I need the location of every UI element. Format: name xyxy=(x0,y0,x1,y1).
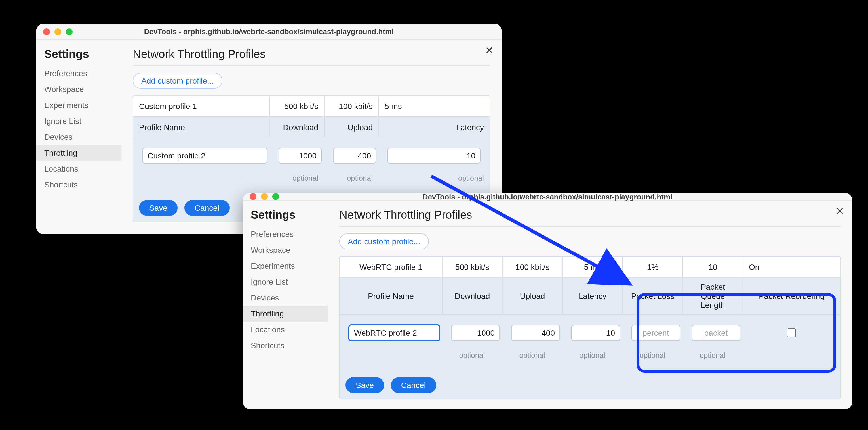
titlebar: DevTools - orphis.github.io/webrtc-sandb… xyxy=(243,193,852,201)
cell-name: Custom profile 1 xyxy=(133,96,270,116)
column-headers: Profile Name Download Upload Latency xyxy=(133,116,490,137)
minimize-window-icon[interactable] xyxy=(55,28,61,35)
close-icon[interactable]: ✕ xyxy=(485,46,494,56)
nav-throttling[interactable]: Throttling xyxy=(36,145,121,161)
nav-locations[interactable]: Locations xyxy=(36,161,121,177)
zoom-window-icon[interactable] xyxy=(66,28,73,35)
cancel-button[interactable]: Cancel xyxy=(391,377,436,393)
nav-ignore-list[interactable]: Ignore List xyxy=(243,274,328,290)
packet-reorder-checkbox[interactable] xyxy=(787,328,796,337)
cell-latency: 5 ms xyxy=(378,96,490,116)
helper-row: optional optional optional xyxy=(133,174,490,194)
close-window-icon[interactable] xyxy=(250,193,256,200)
cell-latency: 5 ms xyxy=(562,257,622,277)
col-packet-reorder: Packet Reordering xyxy=(743,278,840,314)
add-custom-profile-button[interactable]: Add custom profile... xyxy=(133,73,222,89)
nav-workspace[interactable]: Workspace xyxy=(36,81,121,97)
nav-preferences[interactable]: Preferences xyxy=(243,226,328,242)
col-packet-loss: Packet Loss xyxy=(622,278,682,314)
col-download: Download xyxy=(270,117,324,137)
edit-row xyxy=(340,314,840,351)
col-latency: Latency xyxy=(562,278,622,314)
helper-upload: optional xyxy=(324,174,378,194)
col-profile-name: Profile Name xyxy=(340,278,442,314)
nav-throttling[interactable]: Throttling xyxy=(243,306,328,321)
download-input[interactable] xyxy=(279,148,322,164)
profile-name-input[interactable] xyxy=(143,148,267,164)
cell-name: WebRTC profile 1 xyxy=(340,257,442,277)
cell-download: 500 kbit/s xyxy=(270,96,324,116)
minimize-window-icon[interactable] xyxy=(261,193,268,200)
settings-heading: Settings xyxy=(36,48,121,65)
traffic-lights xyxy=(36,28,73,35)
zoom-window-icon[interactable] xyxy=(272,193,279,200)
save-button[interactable]: Save xyxy=(139,200,178,216)
col-profile-name: Profile Name xyxy=(133,117,270,137)
col-packet-queue: Packet Queue Length xyxy=(682,278,743,314)
cell-packet-queue: 10 xyxy=(682,257,743,277)
window-title: DevTools - orphis.github.io/webrtc-sandb… xyxy=(243,193,852,201)
latency-input[interactable] xyxy=(571,325,620,341)
traffic-lights xyxy=(243,193,279,200)
titlebar: DevTools - orphis.github.io/webrtc-sandb… xyxy=(36,24,501,40)
nav-experiments[interactable]: Experiments xyxy=(36,97,121,113)
nav-workspace[interactable]: Workspace xyxy=(243,242,328,258)
cell-packet-reorder: On xyxy=(743,257,840,277)
col-upload: Upload xyxy=(324,117,378,137)
helper-latency: optional xyxy=(378,174,490,194)
page-title: Network Throttling Profiles xyxy=(133,48,490,66)
close-icon[interactable]: ✕ xyxy=(836,206,844,217)
profile-row[interactable]: Custom profile 1 500 kbit/s 100 kbit/s 5… xyxy=(133,96,490,116)
cancel-button[interactable]: Cancel xyxy=(184,200,229,216)
page-title: Network Throttling Profiles xyxy=(339,208,841,227)
col-upload: Upload xyxy=(502,278,562,314)
nav-devices[interactable]: Devices xyxy=(36,129,121,145)
column-headers: Profile Name Download Upload Latency Pac… xyxy=(340,277,840,314)
add-custom-profile-button[interactable]: Add custom profile... xyxy=(339,233,429,249)
cell-upload: 100 kbit/s xyxy=(324,96,378,116)
packet-loss-input[interactable] xyxy=(631,325,680,341)
helper-loss: optional xyxy=(622,351,682,372)
nav-shortcuts[interactable]: Shortcuts xyxy=(36,177,121,193)
upload-input[interactable] xyxy=(511,325,560,341)
settings-heading: Settings xyxy=(243,208,328,226)
helper-download: optional xyxy=(270,174,324,194)
nav-devices[interactable]: Devices xyxy=(243,290,328,306)
helper-queue: optional xyxy=(682,351,743,372)
download-input[interactable] xyxy=(451,325,500,341)
helper-upload: optional xyxy=(502,351,562,372)
settings-sidebar: Settings Preferences Workspace Experimen… xyxy=(243,201,328,409)
packet-queue-input[interactable] xyxy=(691,325,740,341)
nav-experiments[interactable]: Experiments xyxy=(243,258,328,274)
close-window-icon[interactable] xyxy=(43,28,50,35)
cell-upload: 100 kbit/s xyxy=(502,257,562,277)
col-latency: Latency xyxy=(378,117,490,137)
cell-download: 500 kbit/s xyxy=(442,257,502,277)
cell-packet-loss: 1% xyxy=(622,257,682,277)
edit-row xyxy=(133,137,490,174)
helper-download: optional xyxy=(442,351,502,372)
col-download: Download xyxy=(442,278,502,314)
nav-ignore-list[interactable]: Ignore List xyxy=(36,113,121,129)
nav-preferences[interactable]: Preferences xyxy=(36,65,121,81)
helper-latency: optional xyxy=(562,351,622,372)
helper-row: optional optional optional optional opti… xyxy=(340,351,840,372)
settings-sidebar: Settings Preferences Workspace Experimen… xyxy=(36,40,121,234)
latency-input[interactable] xyxy=(388,148,480,164)
nav-locations[interactable]: Locations xyxy=(243,321,328,337)
nav-shortcuts[interactable]: Shortcuts xyxy=(243,337,328,353)
profile-name-input[interactable] xyxy=(349,325,440,341)
upload-input[interactable] xyxy=(333,148,376,164)
save-button[interactable]: Save xyxy=(345,377,384,393)
profile-row[interactable]: WebRTC profile 1 500 kbit/s 100 kbit/s 5… xyxy=(340,257,840,277)
window-title: DevTools - orphis.github.io/webrtc-sandb… xyxy=(36,27,501,36)
